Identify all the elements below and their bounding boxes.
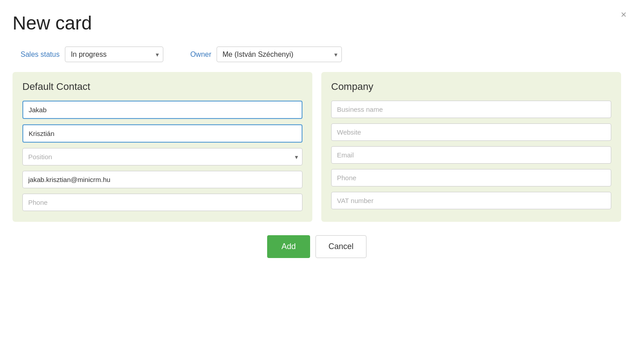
dialog-title: New card [13, 13, 621, 34]
cancel-button[interactable]: Cancel [315, 235, 366, 258]
position-select[interactable]: Position [22, 148, 302, 165]
last-name-input[interactable] [22, 124, 302, 143]
sales-status-select[interactable]: In progress New Won Lost [65, 47, 163, 62]
position-select-wrapper: Position ▾ [22, 148, 302, 165]
default-contact-title: Default Contact [22, 81, 302, 93]
contact-email-input[interactable] [22, 171, 302, 188]
default-contact-fields: Position ▾ [22, 101, 302, 211]
company-panel: Company [321, 72, 621, 222]
default-contact-panel: Default Contact Position ▾ [13, 72, 312, 222]
contact-phone-input[interactable] [22, 194, 302, 211]
footer-buttons: Add Cancel [13, 235, 621, 258]
company-phone-input[interactable] [331, 169, 611, 186]
vat-number-input[interactable] [331, 192, 611, 209]
owner-select[interactable]: Me (István Széchenyi) [217, 47, 342, 62]
company-title: Company [331, 81, 611, 93]
sales-status-label: Sales status [21, 51, 60, 59]
panels: Default Contact Position ▾ Company [13, 72, 621, 222]
new-card-dialog: × New card Sales status In progress New … [0, 0, 639, 364]
first-name-input[interactable] [22, 101, 302, 119]
owner-label: Owner [190, 51, 211, 59]
close-button[interactable]: × [621, 10, 626, 20]
status-bar: Sales status In progress New Won Lost ▾ … [13, 47, 621, 62]
add-button[interactable]: Add [267, 235, 310, 258]
website-input[interactable] [331, 123, 611, 141]
sales-status-select-wrapper: In progress New Won Lost ▾ [65, 47, 163, 62]
owner-group: Owner Me (István Széchenyi) ▾ [190, 47, 342, 62]
business-name-input[interactable] [331, 101, 611, 118]
company-fields [331, 101, 611, 209]
owner-select-wrapper: Me (István Széchenyi) ▾ [217, 47, 342, 62]
company-email-input[interactable] [331, 146, 611, 164]
sales-status-group: Sales status In progress New Won Lost ▾ [21, 47, 163, 62]
